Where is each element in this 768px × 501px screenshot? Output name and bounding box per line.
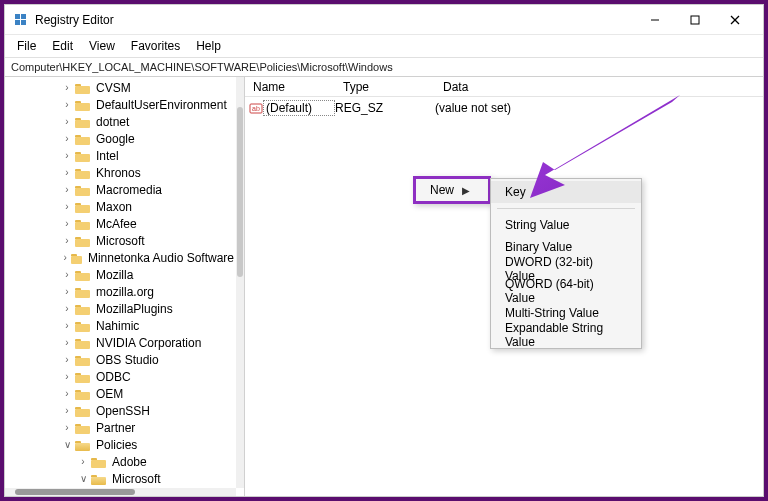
chevron-right-icon[interactable]: ›: [61, 371, 73, 382]
folder-icon: [75, 133, 90, 145]
svg-rect-2: [15, 20, 20, 25]
tree-item[interactable]: ›Nahimic: [5, 317, 236, 334]
tree-item-label: Maxon: [94, 200, 134, 214]
folder-icon: [75, 337, 90, 349]
context-submenu-new[interactable]: Key String Value Binary Value DWORD (32-…: [490, 178, 642, 349]
chevron-down-icon[interactable]: ∨: [61, 439, 73, 450]
address-text: Computer\HKEY_LOCAL_MACHINE\SOFTWARE\Pol…: [11, 61, 393, 73]
tree-item-label: Mozilla: [94, 268, 135, 282]
registry-editor-window: Registry Editor File Edit View Favorites…: [4, 4, 764, 497]
column-type[interactable]: Type: [335, 80, 435, 94]
tree-item[interactable]: ›ODBC: [5, 368, 236, 385]
tree-item[interactable]: ›OBS Studio: [5, 351, 236, 368]
folder-icon: [91, 473, 106, 485]
folder-icon: [75, 371, 90, 383]
folder-icon: [75, 422, 90, 434]
tree-item[interactable]: ›OpenSSH: [5, 402, 236, 419]
submenu-item-qword[interactable]: QWORD (64-bit) Value: [491, 280, 641, 302]
values-header[interactable]: Name Type Data: [245, 77, 763, 97]
chevron-right-icon[interactable]: ›: [61, 218, 73, 229]
tree-item[interactable]: ›mozilla.org: [5, 283, 236, 300]
tree-item[interactable]: ›Khronos: [5, 164, 236, 181]
tree-item[interactable]: ›Mozilla: [5, 266, 236, 283]
minimize-button[interactable]: [635, 6, 675, 34]
folder-icon: [75, 184, 90, 196]
tree-item[interactable]: ›DefaultUserEnvironment: [5, 96, 236, 113]
chevron-right-icon[interactable]: ›: [61, 422, 73, 433]
maximize-button[interactable]: [675, 6, 715, 34]
context-item-new[interactable]: New ▶: [416, 179, 488, 201]
submenu-label: Key: [505, 185, 526, 199]
submenu-item-expandable[interactable]: Expandable String Value: [491, 324, 641, 346]
tree-item-label: mozilla.org: [94, 285, 156, 299]
menu-file[interactable]: File: [11, 37, 42, 55]
folder-icon: [75, 116, 90, 128]
tree-vertical-scrollbar[interactable]: [236, 77, 244, 488]
chevron-down-icon[interactable]: ∨: [77, 473, 89, 484]
tree-horizontal-scrollbar[interactable]: [5, 488, 236, 496]
tree-item[interactable]: ›Adobe: [5, 453, 236, 470]
chevron-right-icon[interactable]: ›: [61, 320, 73, 331]
tree-item-label: Adobe: [110, 455, 149, 469]
tree-item[interactable]: ∨Microsoft: [5, 470, 236, 487]
chevron-right-icon[interactable]: ›: [61, 99, 73, 110]
context-menu-new[interactable]: New ▶: [413, 176, 491, 204]
chevron-right-icon[interactable]: ›: [77, 456, 89, 467]
menu-help[interactable]: Help: [190, 37, 227, 55]
tree-item-label: McAfee: [94, 217, 139, 231]
chevron-right-icon[interactable]: ›: [61, 82, 73, 93]
chevron-right-icon[interactable]: ›: [61, 184, 73, 195]
tree-item[interactable]: ›CVSM: [5, 79, 236, 96]
chevron-right-icon[interactable]: ›: [61, 337, 73, 348]
close-button[interactable]: [715, 6, 755, 34]
submenu-item-key[interactable]: Key: [491, 181, 641, 203]
menu-view[interactable]: View: [83, 37, 121, 55]
tree-item[interactable]: ›dotnet: [5, 113, 236, 130]
tree-item-label: Khronos: [94, 166, 143, 180]
tree-item[interactable]: ›McAfee: [5, 215, 236, 232]
chevron-right-icon[interactable]: ›: [61, 269, 73, 280]
tree-item[interactable]: ›Microsoft: [5, 232, 236, 249]
chevron-right-icon[interactable]: ›: [61, 286, 73, 297]
chevron-right-icon[interactable]: ›: [61, 201, 73, 212]
tree-item-label: Macromedia: [94, 183, 164, 197]
values-list[interactable]: ab (Default) REG_SZ (value not set): [245, 97, 763, 119]
addressbar[interactable]: Computer\HKEY_LOCAL_MACHINE\SOFTWARE\Pol…: [5, 57, 763, 77]
tree-item[interactable]: ›NVIDIA Corporation: [5, 334, 236, 351]
chevron-right-icon[interactable]: ›: [61, 388, 73, 399]
submenu-item-string[interactable]: String Value: [491, 214, 641, 236]
tree-item[interactable]: ›Intel: [5, 147, 236, 164]
tree-item[interactable]: ›MozillaPlugins: [5, 300, 236, 317]
tree-item[interactable]: ›Maxon: [5, 198, 236, 215]
tree-item[interactable]: ›Minnetonka Audio Software: [5, 249, 236, 266]
chevron-right-icon[interactable]: ›: [61, 235, 73, 246]
menu-favorites[interactable]: Favorites: [125, 37, 186, 55]
folder-icon: [75, 82, 90, 94]
folder-icon: [75, 218, 90, 230]
registry-tree[interactable]: ›CVSM›DefaultUserEnvironment›dotnet›Goog…: [5, 77, 236, 488]
value-data: (value not set): [435, 101, 763, 115]
chevron-right-icon[interactable]: ›: [61, 405, 73, 416]
tree-pane: ›CVSM›DefaultUserEnvironment›dotnet›Goog…: [5, 77, 245, 496]
column-name[interactable]: Name: [245, 80, 335, 94]
tree-item-label: ODBC: [94, 370, 133, 384]
folder-icon: [75, 354, 90, 366]
chevron-right-icon[interactable]: ›: [61, 150, 73, 161]
tree-item[interactable]: ∨Policies: [5, 436, 236, 453]
chevron-right-icon: ▶: [462, 185, 470, 196]
value-row[interactable]: ab (Default) REG_SZ (value not set): [245, 99, 763, 117]
chevron-right-icon[interactable]: ›: [61, 116, 73, 127]
chevron-right-icon[interactable]: ›: [61, 303, 73, 314]
tree-item-label: DefaultUserEnvironment: [94, 98, 229, 112]
tree-item[interactable]: ›Google: [5, 130, 236, 147]
tree-item[interactable]: ›Partner: [5, 419, 236, 436]
menu-edit[interactable]: Edit: [46, 37, 79, 55]
value-name: (Default): [263, 100, 335, 116]
tree-item[interactable]: ›Macromedia: [5, 181, 236, 198]
chevron-right-icon[interactable]: ›: [61, 354, 73, 365]
chevron-right-icon[interactable]: ›: [61, 252, 69, 263]
chevron-right-icon[interactable]: ›: [61, 167, 73, 178]
tree-item[interactable]: ›OEM: [5, 385, 236, 402]
column-data[interactable]: Data: [435, 80, 763, 94]
chevron-right-icon[interactable]: ›: [61, 133, 73, 144]
